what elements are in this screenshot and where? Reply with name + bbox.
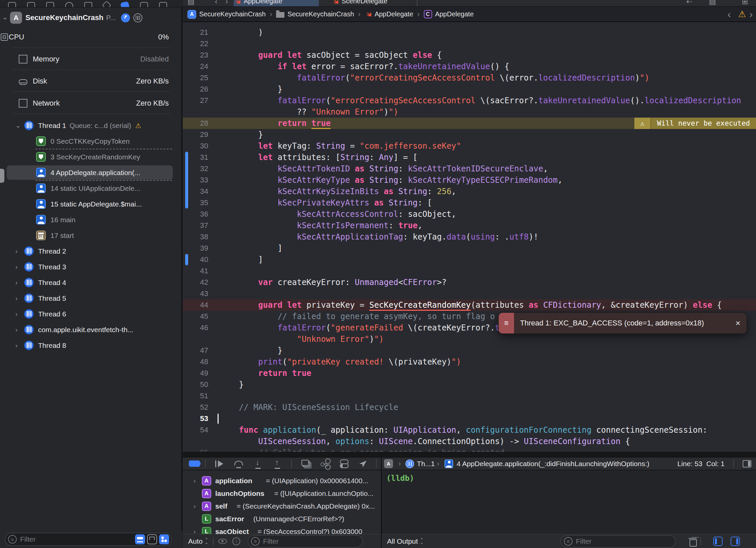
- line-content[interactable]: [208, 38, 220, 49]
- breadcrumb[interactable]: CAppDelegate: [424, 10, 474, 18]
- line-number[interactable]: 35: [183, 197, 208, 209]
- line-number[interactable]: 40: [183, 254, 208, 265]
- chevron-right-icon[interactable]: ›: [194, 528, 196, 534]
- code-line-41[interactable]: 41: [183, 265, 756, 277]
- line-content[interactable]: // MARK: UISceneSession Lifecycle: [208, 402, 398, 413]
- quicklook-icon[interactable]: [218, 539, 227, 544]
- line-number[interactable]: 50: [183, 379, 208, 390]
- line-number[interactable]: 38: [183, 231, 208, 243]
- gauge-row-network[interactable]: NetworkZero KB/s: [0, 96, 182, 111]
- line-content[interactable]: kSecAttrAccessControl: sacObject,: [208, 209, 456, 220]
- forward-icon[interactable]: ›: [226, 0, 228, 6]
- line-content[interactable]: [208, 390, 220, 402]
- line-number[interactable]: 25: [183, 72, 208, 84]
- variable-row-sacError[interactable]: LsacError(Unmanaged<CFErrorRef>?): [183, 513, 381, 525]
- code-line-27[interactable]: 27 fatalError("errorCreatingSecAccessCon…: [183, 95, 756, 106]
- code-line-38[interactable]: 38 kSecAttrApplicationTag: keyTag.data(u…: [183, 231, 756, 243]
- code-line-25[interactable]: 25 fatalError("errorCreatingSecAccessCon…: [183, 72, 756, 84]
- line-content[interactable]: kSecAttrKeyType as String: kSecAttrKeyTy…: [208, 174, 562, 186]
- line-number[interactable]: 32: [183, 163, 208, 174]
- line-number[interactable]: 29: [183, 129, 208, 140]
- line-content[interactable]: guard let sacObject = sacObject else {: [208, 49, 442, 61]
- breadcrumb[interactable]: SecureKeychainCrash: [276, 10, 354, 18]
- stack-frame-0[interactable]: 0 SecCTKKeyCopyToken: [0, 133, 182, 149]
- line-content[interactable]: func application(_ application: UIApplic…: [208, 424, 707, 436]
- show-console-view-icon[interactable]: [731, 537, 740, 546]
- step-over-icon[interactable]: [234, 459, 244, 469]
- line-content[interactable]: ]: [208, 254, 263, 265]
- scope-selector[interactable]: Auto ⌃⌄: [188, 537, 208, 545]
- breadcrumb[interactable]: ASecureKeychainCrash: [187, 10, 266, 19]
- thread-row-thread-8[interactable]: ›Thread 8: [0, 337, 182, 353]
- issue-warning-icon[interactable]: ⚠: [738, 9, 746, 19]
- line-number[interactable]: [183, 436, 208, 447]
- stack-frame-15[interactable]: 15 static AppDelegate.$mai...: [0, 196, 182, 212]
- performance-gauge-icon[interactable]: [121, 13, 130, 22]
- line-content[interactable]: kSecAttrKeySizeInBits as String: 256,: [208, 186, 456, 197]
- console-view[interactable]: (lldb): [382, 470, 756, 534]
- line-number[interactable]: 41: [183, 265, 208, 277]
- code-line-47[interactable]: 47 }: [183, 345, 756, 356]
- gauge-row-cpu[interactable]: CPU0%: [0, 29, 182, 45]
- thread-row-thread-5[interactable]: ›Thread 5: [0, 290, 182, 306]
- line-number[interactable]: 31: [183, 152, 208, 163]
- code-line-55[interactable]: 55 // Called when a new scene session is…: [183, 447, 756, 452]
- frame-crumb[interactable]: 4 AppDelegate.application(_:didFinishLau…: [457, 460, 649, 468]
- stack-frame-4[interactable]: 4 AppDelegate.application(...: [0, 165, 182, 180]
- close-icon[interactable]: ✕: [735, 319, 747, 327]
- environment-overrides-icon[interactable]: [339, 459, 349, 469]
- stack-frame-3[interactable]: 3 SecKeyCreateRandomKey: [0, 149, 182, 165]
- line-number[interactable]: 24: [183, 61, 208, 72]
- code-line-44[interactable]: 44 guard let privateKey = SecKeyCreateRa…: [183, 299, 756, 311]
- profile-icon[interactable]: [133, 13, 142, 22]
- code-line-wrap-36[interactable]: UISceneSession, options: UIScene.Connect…: [183, 436, 756, 447]
- line-number[interactable]: 51: [183, 390, 208, 402]
- line-content[interactable]: kSecAttrIsPermanent: true,: [208, 220, 422, 231]
- code-line-wrap-27[interactable]: "Unknown Error")"): [183, 333, 756, 345]
- line-content[interactable]: kSecAttrApplicationTag: keyTag.data(usin…: [208, 231, 538, 243]
- line-content[interactable]: ]: [208, 243, 282, 254]
- info-icon[interactable]: i: [232, 537, 240, 545]
- thread-row-thread-2[interactable]: ›Thread 2: [0, 243, 182, 259]
- line-content[interactable]: }: [208, 129, 263, 140]
- memory-graph-icon[interactable]: [320, 459, 330, 469]
- code-line-29[interactable]: 29 }: [183, 129, 756, 140]
- test-icon[interactable]: [102, 1, 111, 7]
- variables-filter-input[interactable]: [263, 537, 362, 545]
- line-content[interactable]: kSecAttrTokenID as String: kSecAttrToken…: [208, 163, 548, 174]
- stack-frame-17[interactable]: 17 start: [0, 228, 182, 243]
- code-line-36[interactable]: 36 kSecAttrAccessControl: sacObject,: [183, 209, 756, 220]
- chevron-down-icon[interactable]: ⌄: [15, 122, 24, 129]
- line-content[interactable]: fatalError("errorCreatingSecAccessContro…: [208, 72, 649, 84]
- search-icon[interactable]: [65, 2, 73, 7]
- line-number[interactable]: 30: [183, 140, 208, 152]
- breakpoint-icon[interactable]: [140, 2, 148, 7]
- line-number[interactable]: 27: [183, 95, 208, 106]
- code-line-54[interactable]: 54 func application(_ application: UIApp…: [183, 424, 756, 436]
- view-hierarchy-icon[interactable]: [300, 459, 310, 469]
- code-line-49[interactable]: 49 return true: [183, 368, 756, 379]
- step-out-icon[interactable]: [272, 459, 282, 469]
- line-number[interactable]: 23: [183, 49, 208, 61]
- variable-row-application[interactable]: ›Aapplication= (UIApplication) 0x0000614…: [183, 474, 381, 487]
- variable-row-self[interactable]: ›Aself= (SecureKeychainCrash.AppDelegate…: [183, 500, 381, 513]
- code-line-21[interactable]: 21 ): [183, 27, 756, 38]
- code-line-23[interactable]: 23 guard let sacObject = sacObject else …: [183, 49, 756, 61]
- code-line-26[interactable]: 26 }: [183, 84, 756, 95]
- line-content[interactable]: ): [208, 27, 263, 38]
- line-number[interactable]: 34: [183, 186, 208, 197]
- code-line-30[interactable]: 30 let keyTag: String = "com.jefferson.s…: [183, 140, 756, 152]
- error-grip-icon[interactable]: ≡: [499, 313, 514, 333]
- breakpoints-toggle[interactable]: [189, 460, 201, 467]
- show-stack-frames-button[interactable]: [159, 534, 169, 544]
- grid-icon[interactable]: [46, 2, 54, 7]
- code-line-48[interactable]: 48 print("privateKey created! \(privateK…: [183, 356, 756, 368]
- line-content[interactable]: [208, 265, 220, 277]
- line-content[interactable]: UISceneSession, options: UIScene.Connect…: [208, 436, 630, 447]
- line-content[interactable]: kSecPrivateKeyAttrs as String: [: [208, 197, 432, 209]
- line-number[interactable]: 33: [183, 174, 208, 186]
- code-line-24[interactable]: 24 if let error = sacError?.takeUnretain…: [183, 61, 756, 72]
- line-content[interactable]: [208, 288, 220, 299]
- code-line-34[interactable]: 34 kSecAttrKeySizeInBits as String: 256,: [183, 186, 756, 197]
- breadcrumb[interactable]: AppDelegate: [365, 10, 413, 18]
